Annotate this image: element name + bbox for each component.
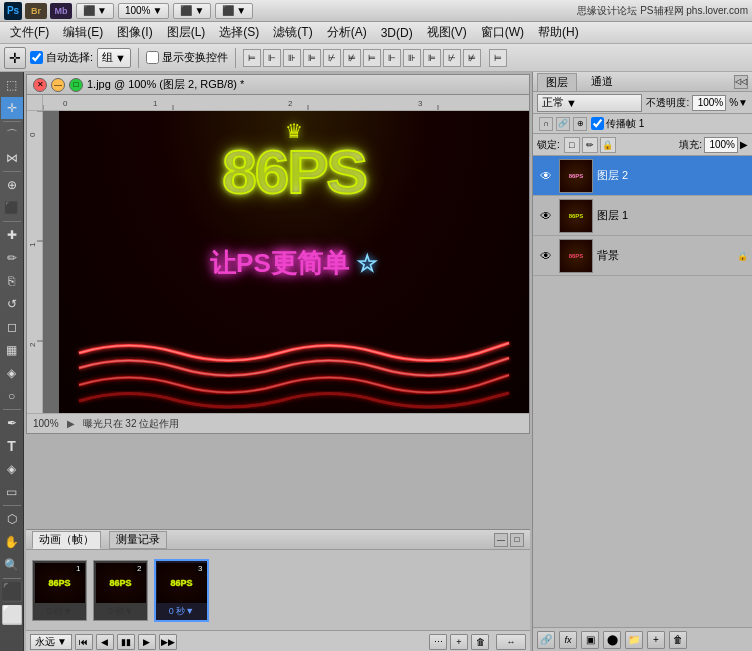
link-layers-button[interactable]: 🔗 <box>537 631 555 649</box>
menu-edit[interactable]: 编辑(E) <box>57 22 109 43</box>
lock-all-icon[interactable]: 🔒 <box>600 137 616 153</box>
menu-select[interactable]: 选择(S) <box>213 22 265 43</box>
group-dropdown[interactable]: 组 ▼ <box>97 48 131 68</box>
magic-wand-tool[interactable]: ⋈ <box>1 147 23 169</box>
workspace-dropdown[interactable]: ⬛▼ <box>76 3 114 19</box>
shape-tool[interactable]: ▭ <box>1 481 23 503</box>
next-frame-button[interactable]: ▶▶ <box>159 634 177 650</box>
menu-file[interactable]: 文件(F) <box>4 22 55 43</box>
play-button[interactable]: ▶ <box>138 634 156 650</box>
mb-button[interactable]: Mb <box>50 3 72 19</box>
align-left-icon[interactable]: ⊫ <box>303 49 321 67</box>
move-tool-icon[interactable]: ✛ <box>4 47 26 69</box>
zoom-tool[interactable]: 🔍 <box>1 554 23 576</box>
auto-align-icon[interactable]: ⊭ <box>463 49 481 67</box>
align-top-icon[interactable]: ⊨ <box>243 49 261 67</box>
delete-layer-button[interactable]: 🗑 <box>669 631 687 649</box>
pen-tool[interactable]: ✒ <box>1 412 23 434</box>
menu-image[interactable]: 图像(I) <box>111 22 158 43</box>
blend-mode-dropdown[interactable]: 正常 ▼ <box>537 94 642 112</box>
move-tool[interactable]: ✛ <box>1 97 23 119</box>
distribute-v-icon[interactable]: ⊩ <box>383 49 401 67</box>
align-middle-icon[interactable]: ⊩ <box>263 49 281 67</box>
layers-tab[interactable]: 图层 <box>537 73 577 91</box>
animation-frames-tab[interactable]: 动画（帧） <box>32 531 101 549</box>
layer-row-1[interactable]: 👁 86PS 图层 1 <box>533 196 752 236</box>
clone-tool[interactable]: ⎘ <box>1 270 23 292</box>
add-frame-button[interactable]: + <box>450 634 468 650</box>
link-icon[interactable]: 🔗 <box>556 117 570 131</box>
stop-button[interactable]: ▮▮ <box>117 634 135 650</box>
layer-2-visibility[interactable]: 👁 <box>537 167 555 185</box>
add-mask-button[interactable]: ▣ <box>581 631 599 649</box>
opacity-input[interactable] <box>692 95 726 111</box>
layer-1-visibility[interactable]: 👁 <box>537 207 555 225</box>
prev-frame-button[interactable]: ◀ <box>96 634 114 650</box>
lasso-tool[interactable]: ⌒ <box>1 124 23 146</box>
window-maximize-button[interactable]: □ <box>69 78 83 92</box>
lock-pixels-icon[interactable]: □ <box>564 137 580 153</box>
healing-tool[interactable]: ✚ <box>1 224 23 246</box>
crop-tool[interactable]: ⊕ <box>1 174 23 196</box>
background-visibility[interactable]: 👁 <box>537 247 555 265</box>
ps-logo[interactable]: Ps <box>4 2 22 20</box>
hand-tool[interactable]: ✋ <box>1 531 23 553</box>
window-close-button[interactable]: ✕ <box>33 78 47 92</box>
rewind-button[interactable]: ⏮ <box>75 634 93 650</box>
window-minimize-button[interactable]: — <box>51 78 65 92</box>
arrange-icon[interactable]: ⊨ <box>489 49 507 67</box>
br-button[interactable]: Br <box>25 3 47 19</box>
arrange-dropdown[interactable]: ⬛▼ <box>215 3 253 19</box>
panel-minimize-icon[interactable]: — <box>494 533 508 547</box>
panel-expand-icon[interactable]: □ <box>510 533 524 547</box>
fill-input[interactable] <box>704 137 738 153</box>
eyedropper-tool[interactable]: ⬛ <box>1 197 23 219</box>
panel-right-minimize[interactable]: ◁◁ <box>734 75 748 89</box>
menu-window[interactable]: 窗口(W) <box>475 22 530 43</box>
blur-tool[interactable]: ◈ <box>1 362 23 384</box>
dodge-tool[interactable]: ○ <box>1 385 23 407</box>
snap-icon[interactable]: ⊕ <box>573 117 587 131</box>
view-dropdown[interactable]: ⬛▼ <box>173 3 211 19</box>
layer-row-background[interactable]: 👁 86PS 背景 🔒 <box>533 236 752 276</box>
foreground-color[interactable]: ⬛ <box>1 581 23 603</box>
eraser-tool[interactable]: ◻ <box>1 316 23 338</box>
measurement-log-tab[interactable]: 测量记录 <box>109 531 167 549</box>
convert-timeline-button[interactable]: ↔ <box>496 634 526 650</box>
layer-row-2[interactable]: 👁 86PS 图层 2 <box>533 156 752 196</box>
channels-tab[interactable]: 通道 <box>583 73 621 91</box>
brush-tool[interactable]: ✏ <box>1 247 23 269</box>
new-layer-button[interactable]: + <box>647 631 665 649</box>
group-layers-button[interactable]: 📁 <box>625 631 643 649</box>
align-center-icon[interactable]: ⊬ <box>323 49 341 67</box>
loop-select[interactable]: 永远 ▼ <box>30 634 72 650</box>
distribute-b-icon[interactable]: ⊬ <box>443 49 461 67</box>
menu-help[interactable]: 帮助(H) <box>532 22 585 43</box>
frame-1-time[interactable]: 0 秒▼ <box>47 605 72 618</box>
status-arrow[interactable]: ▶ <box>67 418 75 429</box>
tween-button[interactable]: ⋯ <box>429 634 447 650</box>
distribute-e-icon[interactable]: ⊫ <box>423 49 441 67</box>
unified-icon[interactable]: ∩ <box>539 117 553 131</box>
distribute-h-icon[interactable]: ⊪ <box>403 49 421 67</box>
zoom-dropdown[interactable]: 100%▼ <box>118 3 169 19</box>
layer-fx-button[interactable]: fx <box>559 631 577 649</box>
frame-3-time[interactable]: 0 秒▼ <box>169 605 194 618</box>
delete-frame-button[interactable]: 🗑 <box>471 634 489 650</box>
align-bottom-icon[interactable]: ⊪ <box>283 49 301 67</box>
animation-frame-2[interactable]: 86PS 2 0 秒▼ <box>93 560 148 621</box>
menu-layer[interactable]: 图层(L) <box>161 22 212 43</box>
adjustment-layer-button[interactable]: ⬤ <box>603 631 621 649</box>
animation-frame-3[interactable]: 86PS 3 0 秒▼ <box>154 559 209 622</box>
path-select-tool[interactable]: ◈ <box>1 458 23 480</box>
gradient-tool[interactable]: ▦ <box>1 339 23 361</box>
auto-select-checkbox[interactable] <box>30 51 43 64</box>
history-brush-tool[interactable]: ↺ <box>1 293 23 315</box>
text-tool[interactable]: T <box>1 435 23 457</box>
background-color[interactable]: ⬜ <box>1 604 23 626</box>
frame-2-time[interactable]: 0 秒▼ <box>108 605 133 618</box>
selection-tool[interactable]: ⬚ <box>1 74 23 96</box>
transform-checkbox[interactable] <box>146 51 159 64</box>
lock-position-icon[interactable]: ✏ <box>582 137 598 153</box>
menu-filter[interactable]: 滤镜(T) <box>267 22 318 43</box>
